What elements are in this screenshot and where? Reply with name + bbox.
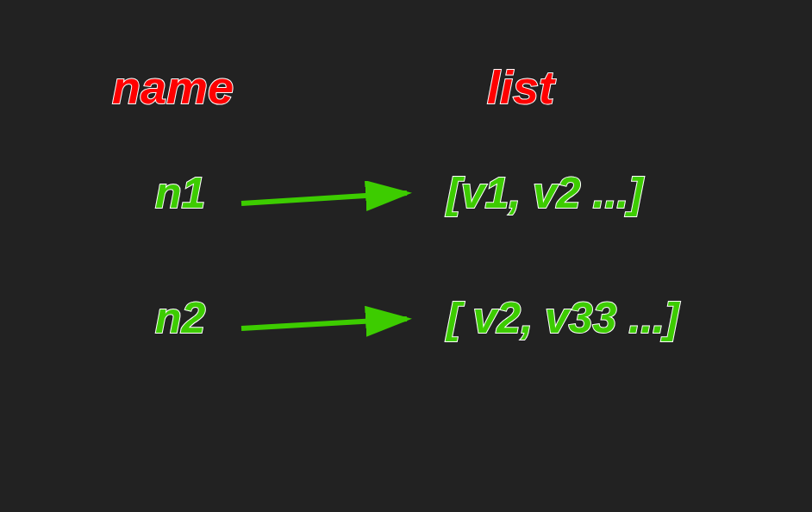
arrow-icon [237, 306, 427, 340]
row-name-1: n1 [155, 168, 205, 218]
svg-line-1 [241, 319, 407, 328]
svg-line-0 [241, 193, 407, 203]
row-list-1: [v1, v2 ...] [447, 168, 643, 218]
column-header-name: name [112, 60, 234, 114]
arrow-icon [237, 181, 427, 215]
row-list-2: [ v2, v33 ...] [447, 293, 679, 343]
row-name-2: n2 [155, 293, 205, 343]
column-header-list: list [487, 60, 554, 114]
